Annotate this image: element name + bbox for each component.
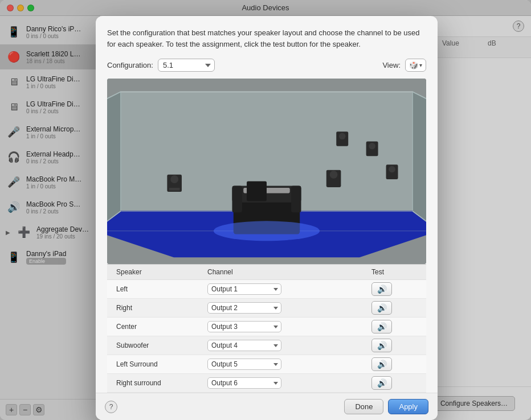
speaker-table-header: Speaker Channel Test bbox=[107, 265, 426, 280]
test-button-right[interactable]: 🔊 bbox=[371, 301, 392, 315]
speaker-table: Speaker Channel Test Left Output 1Output… bbox=[107, 264, 426, 393]
channel-select-right[interactable]: Output 1Output 2Output 3Output 4Output 5… bbox=[207, 302, 281, 314]
speaker-row: Left Output 1Output 2Output 3Output 4Out… bbox=[107, 280, 426, 299]
speaker-rows: Left Output 1Output 2Output 3Output 4Out… bbox=[107, 280, 426, 393]
chevron-down-icon: ▾ bbox=[419, 62, 422, 68]
test-button-center[interactable]: 🔊 bbox=[371, 320, 392, 333]
speaker-name: Subwoofer bbox=[116, 341, 207, 349]
speaker-name: Right surround bbox=[116, 379, 207, 387]
footer-buttons: Done Apply bbox=[344, 399, 428, 414]
svg-point-14 bbox=[214, 221, 320, 241]
svg-point-19 bbox=[330, 171, 338, 179]
speaker-name: Right bbox=[116, 304, 207, 312]
3d-scene bbox=[107, 79, 426, 264]
modal-instruction: Set the configuration that best matches … bbox=[107, 27, 426, 50]
svg-point-24 bbox=[339, 133, 346, 139]
channel-select-left[interactable]: Output 1Output 2Output 3Output 4Output 5… bbox=[207, 283, 281, 295]
speaker-name: Center bbox=[116, 323, 207, 331]
svg-marker-3 bbox=[412, 92, 426, 230]
svg-point-22 bbox=[389, 166, 395, 173]
test-button-left[interactable]: 🔊 bbox=[371, 282, 392, 296]
speaker-row: Left Surround Output 1Output 2Output 3Ou… bbox=[107, 355, 426, 374]
channel-select-right-surround[interactable]: Output 1Output 2Output 3Output 4Output 5… bbox=[207, 377, 281, 389]
speaker-name: Left bbox=[116, 285, 207, 293]
svg-marker-2 bbox=[107, 92, 121, 230]
apply-button[interactable]: Apply bbox=[388, 399, 428, 414]
speaker-row: Right Output 1Output 2Output 3Output 4Ou… bbox=[107, 299, 426, 318]
svg-rect-17 bbox=[169, 188, 180, 191]
speaker-config-modal: Set the configuration that best matches … bbox=[96, 16, 438, 420]
config-row: Configuration: StereoQuad5.17.1 View: 🎲 … bbox=[107, 59, 426, 72]
config-label: Configuration: bbox=[107, 61, 153, 69]
speaker-row: Right surround Output 1Output 2Output 3O… bbox=[107, 374, 426, 393]
view-label: View: bbox=[382, 61, 401, 69]
channel-select-center[interactable]: Output 1Output 2Output 3Output 4Output 5… bbox=[207, 321, 281, 332]
configuration-select[interactable]: StereoQuad5.17.1 bbox=[158, 59, 215, 72]
view-button[interactable]: 🎲 ▾ bbox=[405, 59, 426, 72]
svg-point-16 bbox=[170, 175, 178, 183]
test-button-subwoofer[interactable]: 🔊 bbox=[371, 339, 392, 352]
col-test: Test bbox=[371, 268, 417, 276]
svg-rect-20 bbox=[247, 181, 267, 201]
speaker-row: Center Output 1Output 2Output 3Output 4O… bbox=[107, 318, 426, 336]
done-button[interactable]: Done bbox=[344, 399, 383, 414]
col-speaker: Speaker bbox=[116, 268, 207, 276]
view-label-group: View: 🎲 ▾ bbox=[382, 59, 426, 72]
test-button-right-surround[interactable]: 🔊 bbox=[371, 376, 392, 390]
speaker-row: Subwoofer Output 1Output 2Output 3Output… bbox=[107, 336, 426, 355]
svg-rect-12 bbox=[291, 186, 301, 213]
modal-help-button[interactable]: ? bbox=[105, 401, 117, 413]
svg-point-26 bbox=[369, 143, 375, 150]
svg-rect-11 bbox=[232, 186, 242, 213]
col-channel: Channel bbox=[207, 268, 371, 276]
speaker-name: Left Surround bbox=[116, 360, 207, 368]
channel-select-subwoofer[interactable]: Output 1Output 2Output 3Output 4Output 5… bbox=[207, 340, 281, 351]
cube-icon: 🎲 bbox=[409, 61, 418, 69]
modal-footer: ? Done Apply bbox=[96, 393, 438, 420]
test-button-left-surround[interactable]: 🔊 bbox=[371, 357, 392, 371]
channel-select-left-surround[interactable]: Output 1Output 2Output 3Output 4Output 5… bbox=[207, 359, 281, 370]
config-label-group: Configuration: StereoQuad5.17.1 bbox=[107, 59, 215, 72]
